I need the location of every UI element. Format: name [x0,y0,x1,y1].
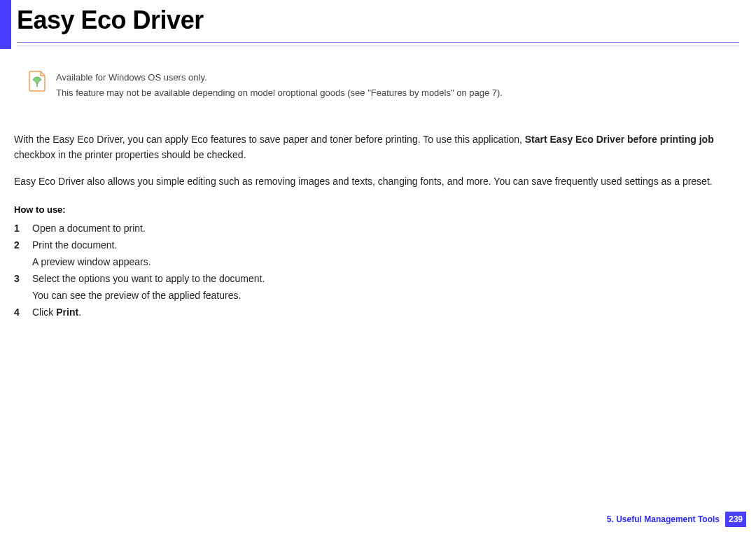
note-line-1: Available for Windows OS users only. [56,70,503,85]
footer-page-number: 239 [725,512,746,527]
step-number: 1 [14,220,32,237]
manual-page: Easy Eco Driver Available for Windows OS… [0,0,756,534]
howto-heading: How to use: [14,204,66,215]
step-number: 4 [14,304,32,321]
step-text: Select the options you want to apply to … [32,270,265,287]
note-line-2: This feature may not be available depend… [56,85,503,101]
page-title: Easy Eco Driver [17,6,204,35]
step-2: 2 Print the document. [14,237,739,253]
header-accent-bar [0,0,11,49]
step-number: 3 [14,270,32,287]
print-bold: Print [56,307,78,318]
step-4: 4 Click Print. [14,304,739,321]
note-text: Available for Windows OS users only. Thi… [56,70,503,101]
note-icon [28,70,46,92]
header-rule [17,42,739,46]
steps-list: 1 Open a document to print. 2 Print the … [14,220,739,321]
step-number: 2 [14,237,32,253]
footer-chapter: 5. Useful Management Tools [607,514,720,524]
note-block: Available for Windows OS users only. Thi… [28,70,728,101]
body-paragraph-1: With the Easy Eco Driver, you can apply … [14,132,739,162]
step-1: 1 Open a document to print. [14,220,739,237]
step-3-sub: You can see the preview of the applied f… [14,287,739,304]
step-3: 3 Select the options you want to apply t… [14,270,739,287]
step-text: Click Print. [32,304,81,321]
body-bold-option: Start Easy Eco Driver before printing jo… [525,134,714,145]
page-footer: 5. Useful Management Tools 239 [607,512,746,527]
body-paragraph-2: Easy Eco Driver also allows you simple e… [14,174,739,189]
step-text: Open a document to print. [32,220,146,237]
step-text: Print the document. [32,237,117,253]
step-2-sub: A preview window appears. [14,253,739,270]
